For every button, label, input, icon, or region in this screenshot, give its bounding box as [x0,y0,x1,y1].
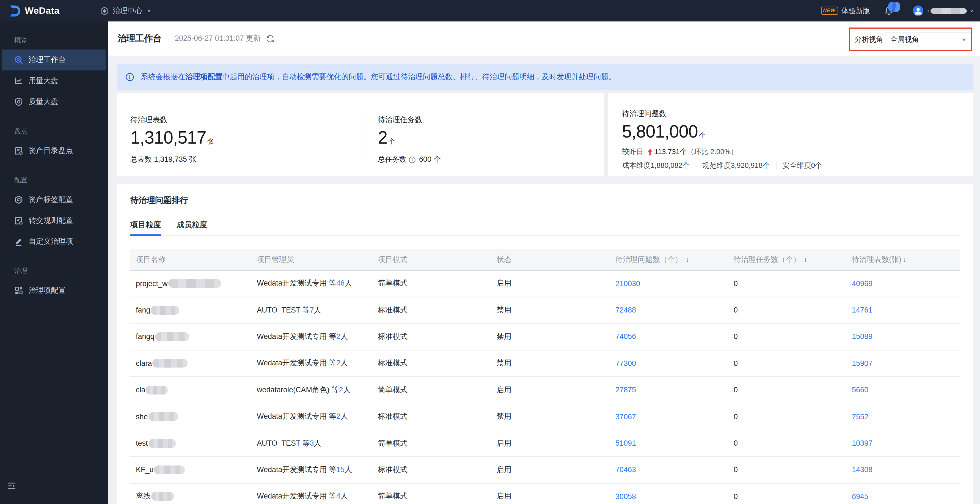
tables-count-link[interactable]: 10397 [852,439,872,447]
project-manager: Wedata开发测试专用 等2人 [251,403,372,430]
chevron-down-icon: ▼ [146,8,152,13]
tasks-count: 0 [728,376,846,403]
notification-badge [888,2,900,12]
tab-member-granularity[interactable]: 成员粒度 [177,220,207,236]
sidebar-section-inventory: 盘点 [0,122,108,140]
stats-card-issues: 待治理问题数 5,801,000 个 较昨日 113,731个 （环比 2.00… [608,93,974,176]
project-manager: Wedata开发测试专用 等2人 [251,350,372,376]
tasks-count: 0 [728,403,846,430]
project-status: 禁用 [491,324,610,350]
tasks-count: 0 [728,483,846,504]
governance-item-config-link[interactable]: 治理项配置 [185,73,223,81]
project-mode: 标准模式 [372,403,491,430]
stats-card-tables-tasks: 待治理表数 1,310,517 张 总表数 1,319,735 张 待治理任务数 [116,93,604,176]
tables-count-link[interactable]: 14761 [852,306,872,314]
ranking-tabs: 项目粒度 成员粒度 [130,220,960,236]
logo[interactable]: WeData [0,4,100,18]
col-issues[interactable]: 待治理问题数（个）↓ [610,249,728,270]
issues-count-link[interactable]: 72488 [616,306,636,314]
project-status: 启用 [491,430,610,457]
sidebar-section-governance: 治理 [0,262,108,280]
issues-count-link[interactable]: 210030 [616,279,640,287]
sidebar-item-usage-dashboard[interactable]: 用量大盘 [2,70,106,91]
project-name: 离线 [136,491,151,501]
project-mode: 标准模式 [372,297,491,324]
try-new-version-link[interactable]: 体验新版 [842,6,870,16]
notifications-button[interactable] [884,6,893,16]
sidebar-item-governance-item-config[interactable]: 治理项配置 [2,280,106,301]
username-prefix: r [927,7,929,14]
tables-count-link[interactable]: 40969 [852,279,872,287]
table-row: fang AUTO_TEST 等7人 标准模式 禁用 72488 0 14761 [130,297,960,324]
refresh-button[interactable] [266,34,274,43]
sort-desc-icon[interactable]: ↓ [686,255,689,263]
stat-label: 待治理任务数 [378,115,441,125]
sidebar-item-custom-governance[interactable]: 自定义治理项 [2,231,106,252]
transfer-rule-icon [14,216,23,225]
tables-count-link[interactable]: 7552 [852,412,869,421]
project-status: 启用 [491,376,610,403]
tab-project-granularity[interactable]: 项目粒度 [130,220,161,236]
new-badge: NEW [821,7,838,15]
issues-count-link[interactable]: 70463 [616,466,636,474]
sort-desc-icon[interactable]: ↓ [902,255,906,263]
issues-count-link[interactable]: 51091 [616,439,636,447]
project-name-redacted [148,412,178,421]
collapse-sidebar-icon [8,483,15,489]
project-manager: Wedata开发测试专用 等15人 [251,456,372,483]
analysis-view-select[interactable]: 全局视角 ˅ [885,32,971,47]
custom-governance-icon [14,237,23,246]
table-row: fangq Wedata开发测试专用 等2人 标准模式 禁用 74056 0 1… [130,324,960,350]
banner-text: 系统会根据在治理项配置中起用的治理项，自动检测需要优化的问题。您可通过待治理问题… [141,72,616,82]
col-tasks[interactable]: 待治理任务数（个）↓ [728,249,846,270]
col-project-name[interactable]: 项目名称 [130,249,251,270]
tables-count-link[interactable]: 6945 [852,493,869,501]
sidebar-item-quality-dashboard[interactable]: 质量大盘 [2,91,106,112]
project-name-redacted [155,332,189,341]
issues-count-link[interactable]: 37067 [616,412,636,421]
tables-count-link[interactable]: 15907 [852,359,872,368]
issues-count-link[interactable]: 77300 [616,359,636,368]
stat-total-value: 600 个 [419,155,441,164]
col-tables[interactable]: 待治理表数(张)↓ [846,249,960,270]
col-project-manager[interactable]: 项目管理员 [251,249,372,270]
project-name-redacted [151,492,174,501]
project-name-redacted [148,439,176,448]
tables-count-link[interactable]: 5660 [852,386,869,394]
project-mode: 标准模式 [372,324,491,350]
nav-label: 治理中心 [113,6,142,16]
info-icon[interactable] [409,156,416,163]
sidebar-section-overview: 概览 [0,31,108,49]
governance-workbench-icon [14,56,23,64]
sidebar-item-asset-tag-config[interactable]: 资产标签配置 [2,189,106,210]
project-status: 禁用 [491,297,610,324]
sidebar-item-transfer-rule-config[interactable]: 转交规则配置 [2,210,106,231]
tables-count-link[interactable]: 14308 [852,466,872,474]
sort-desc-icon[interactable]: ↓ [804,255,808,263]
analysis-view-label: 分析视角 [854,34,883,44]
ranking-card: 待治理问题排行 项目粒度 成员粒度 项目名称 项目管理员 项目模式 状态 待治理… [116,184,974,504]
sidebar-item-asset-catalog[interactable]: 资产目录盘点 [2,140,106,161]
issues-count-link[interactable]: 30058 [616,493,636,501]
project-name: clara [136,359,152,368]
collapse-sidebar-button[interactable] [8,482,15,491]
delta-row: 较昨日 113,731个 （环比 2.00%） [622,147,974,157]
stat-value-tasks: 2 [378,128,387,148]
col-project-mode[interactable]: 项目模式 [372,249,491,270]
issues-count-link[interactable]: 74056 [616,333,636,341]
project-manager: Wedata开发测试专用 等2人 [251,324,372,350]
issues-count-link[interactable]: 27875 [616,386,636,394]
ranking-title: 待治理问题排行 [130,195,960,206]
user-chevron-down-icon[interactable]: ˅ [970,8,974,13]
dimension-breakdown: 成本维度1,880,082个 规范维度3,920,918个 安全维度0个 [622,161,974,171]
avatar[interactable] [913,5,923,16]
sidebar-item-governance-workbench[interactable]: 治理工作台 [2,49,106,70]
stat-total-value: 1,319,735 张 [154,155,197,164]
project-name: she [136,412,148,421]
project-mode: 简单模式 [372,376,491,403]
nav-governance-center[interactable]: 治理中心 ▼ [100,6,152,16]
col-status[interactable]: 状态 [491,249,610,270]
tables-count-link[interactable]: 15089 [852,333,872,341]
sidebar: 概览 治理工作台 用量大盘 [0,21,108,504]
asset-tag-icon [14,195,23,204]
